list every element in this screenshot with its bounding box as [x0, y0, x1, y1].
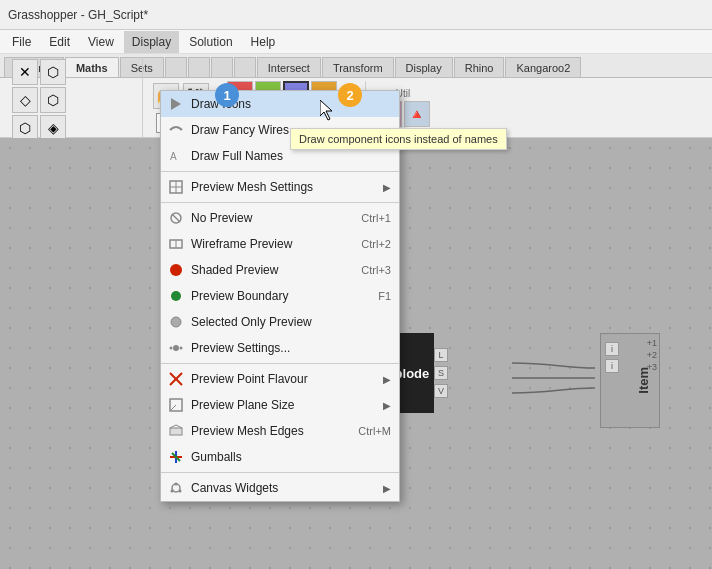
menu-view[interactable]: View [80, 31, 122, 53]
menu-item-draw-icons[interactable]: Draw Icons [161, 91, 399, 117]
tab-curve[interactable] [188, 57, 210, 77]
menu-item-selected-only[interactable]: Selected Only Preview [161, 309, 399, 335]
canvas-widgets-icon [167, 479, 185, 497]
draw-fancy-wires-icon [167, 121, 185, 139]
menu-display[interactable]: Display [124, 31, 179, 53]
port-L[interactable]: L [434, 348, 448, 362]
tab-surface[interactable] [211, 57, 233, 77]
svg-point-11 [171, 317, 181, 327]
explode-ports-right: L S V [434, 348, 448, 398]
menu-item-no-preview[interactable]: No Preview Ctrl+1 [161, 205, 399, 231]
svg-point-13 [170, 347, 173, 350]
preview-mesh-settings-label: Preview Mesh Settings [191, 180, 377, 194]
item-port-1[interactable]: +1 [647, 338, 657, 348]
menu-item-preview-settings[interactable]: Preview Settings... [161, 335, 399, 361]
port-V[interactable]: V [434, 384, 448, 398]
svg-line-6 [172, 214, 180, 222]
menu-edit[interactable]: Edit [41, 31, 78, 53]
shaded-icon [167, 261, 185, 279]
svg-point-28 [171, 490, 174, 493]
canvas-widgets-arrow: ▶ [383, 483, 391, 494]
dropdown-menu: Draw Icons Draw Fancy Wires A Draw Full … [160, 90, 400, 502]
preview-point-icon [167, 370, 185, 388]
title-bar: Grasshopper - GH_Script* [0, 0, 712, 30]
toolbar-btn-2[interactable]: ⬡ [40, 59, 66, 85]
preview-plane-icon [167, 396, 185, 414]
menu-item-wireframe-preview[interactable]: Wireframe Preview Ctrl+2 [161, 231, 399, 257]
menu-item-preview-mesh-settings[interactable]: Preview Mesh Settings ▶ [161, 174, 399, 200]
separator-3 [161, 363, 399, 364]
gumballs-label: Gumballs [191, 450, 391, 464]
preview-boundary-label: Preview Boundary [191, 289, 360, 303]
menu-item-preview-mesh-edges[interactable]: Preview Mesh Edges Ctrl+M [161, 418, 399, 444]
preview-mesh-settings-arrow: ▶ [383, 182, 391, 193]
svg-point-10 [171, 291, 181, 301]
toolbar-btn-4[interactable]: ⬡ [40, 87, 66, 113]
tab-intersect[interactable]: Intersect [257, 57, 321, 77]
menu-item-preview-point-flavour[interactable]: Preview Point Flavour ▶ [161, 366, 399, 392]
preview-mesh-edges-label: Preview Mesh Edges [191, 424, 340, 438]
preview-settings-icon [167, 339, 185, 357]
preview-point-label: Preview Point Flavour [191, 372, 377, 386]
wire-1 [512, 363, 595, 368]
preview-boundary-icon [167, 287, 185, 305]
no-preview-label: No Preview [191, 211, 343, 225]
tab-transform[interactable]: Transform [322, 57, 394, 77]
shaded-label: Shaded Preview [191, 263, 343, 277]
port-S[interactable]: S [434, 366, 448, 380]
svg-text:A: A [170, 151, 177, 162]
menu-item-draw-fancy-wires[interactable]: Draw Fancy Wires [161, 117, 399, 143]
menu-item-draw-full-names[interactable]: A Draw Full Names [161, 143, 399, 169]
selected-only-icon [167, 313, 185, 331]
tab-rhino[interactable]: Rhino [454, 57, 505, 77]
svg-rect-19 [170, 428, 182, 435]
tab-kangaroo2[interactable]: Kangaroo2 [505, 57, 581, 77]
tab-mesh[interactable] [234, 57, 256, 77]
item-node[interactable]: i i Item +1 +2 +3 [600, 333, 660, 428]
selected-only-label: Selected Only Preview [191, 315, 391, 329]
item-ports-left: i i [605, 342, 619, 373]
preview-settings-label: Preview Settings... [191, 341, 391, 355]
toolbar-btn-3[interactable]: ◇ [12, 87, 38, 113]
toolbar-btn-1[interactable]: ✕ [12, 59, 38, 85]
preview-plane-label: Preview Plane Size [191, 398, 377, 412]
item-port-i2[interactable]: i [605, 359, 619, 373]
svg-line-18 [170, 405, 176, 411]
item-ports-right: +1 +2 +3 [647, 338, 657, 372]
wireframe-label: Wireframe Preview [191, 237, 343, 251]
menu-help[interactable]: Help [243, 31, 284, 53]
tab-display[interactable]: Display [395, 57, 453, 77]
item-port-3[interactable]: +3 [647, 362, 657, 372]
preview-plane-arrow: ▶ [383, 400, 391, 411]
badge-1: 1 [215, 83, 239, 107]
badge-1-text: 1 [223, 88, 230, 103]
preview-boundary-shortcut: F1 [378, 290, 391, 302]
app-title: Grasshopper - GH_Script* [8, 8, 148, 22]
draw-fancy-wires-label: Draw Fancy Wires [191, 123, 391, 137]
preview-mesh-edges-shortcut: Ctrl+M [358, 425, 391, 437]
no-preview-shortcut: Ctrl+1 [361, 212, 391, 224]
badge-2-text: 2 [346, 88, 353, 103]
menu-item-canvas-widgets[interactable]: Canvas Widgets ▶ [161, 475, 399, 501]
util-btn-2[interactable]: 🔺 [404, 101, 430, 127]
draw-full-names-label: Draw Full Names [191, 149, 391, 163]
menu-solution[interactable]: Solution [181, 31, 240, 53]
shaded-shortcut: Ctrl+3 [361, 264, 391, 276]
menu-item-gumballs[interactable]: Gumballs [161, 444, 399, 470]
tab-vector[interactable] [165, 57, 187, 77]
svg-point-26 [175, 483, 178, 486]
menu-file[interactable]: File [4, 31, 39, 53]
no-preview-icon [167, 209, 185, 227]
item-port-2[interactable]: +2 [647, 350, 657, 360]
svg-point-12 [173, 345, 179, 351]
item-port-i1[interactable]: i [605, 342, 619, 356]
svg-point-27 [179, 490, 182, 493]
menu-item-preview-boundary[interactable]: Preview Boundary F1 [161, 283, 399, 309]
draw-icons-icon [167, 95, 185, 113]
preview-mesh-edges-icon [167, 422, 185, 440]
menu-item-shaded-preview[interactable]: Shaded Preview Ctrl+3 [161, 257, 399, 283]
separator-1 [161, 171, 399, 172]
menu-item-preview-plane-size[interactable]: Preview Plane Size ▶ [161, 392, 399, 418]
svg-point-14 [180, 347, 183, 350]
separator-4 [161, 472, 399, 473]
